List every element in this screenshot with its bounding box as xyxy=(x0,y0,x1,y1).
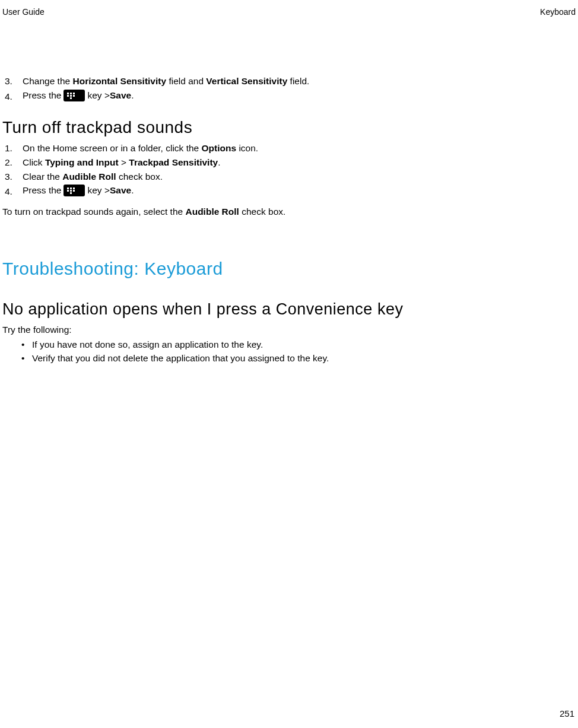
step-bold: Save xyxy=(110,89,131,102)
para-text: To turn on trackpad sounds again, select… xyxy=(2,206,185,217)
section-title-trackpad-sounds: Turn off trackpad sounds xyxy=(2,118,576,137)
step-text: key > xyxy=(87,184,109,197)
step-2: 2. Click Typing and Input > Trackpad Sen… xyxy=(23,156,576,169)
step-text: > xyxy=(119,157,129,167)
step-number: 3. xyxy=(5,170,12,183)
troubleshooting-title: Troubleshooting: Keyboard xyxy=(2,259,576,279)
header-left: User Guide xyxy=(2,7,45,17)
step-bold: Vertical Sensitivity xyxy=(206,76,287,86)
step-text: . xyxy=(218,157,220,167)
page-content: 3. Change the Horizontal Sensitivity fie… xyxy=(0,17,578,365)
para-text: check box. xyxy=(239,206,285,217)
convenience-key-title: No application opens when I press a Conv… xyxy=(2,300,576,319)
step-3: 3. Clear the Audible Roll check box. xyxy=(23,170,576,183)
step-text: check box. xyxy=(116,171,163,182)
bullet-item: If you have not done so, assign an appli… xyxy=(32,338,576,351)
step-bold: Horizontal Sensitivity xyxy=(72,76,166,86)
trackpad-steps-list: 1. On the Home screen or in a folder, cl… xyxy=(2,142,576,197)
trackpad-note: To turn on trackpad sounds again, select… xyxy=(2,205,576,218)
step-number: 1. xyxy=(5,142,12,155)
try-following-text: Try the following: xyxy=(2,325,576,335)
step-4: 4. Press the key > Save. xyxy=(23,89,576,102)
step-number: 3. xyxy=(5,75,12,88)
troubleshooting-bullets: If you have not done so, assign an appli… xyxy=(2,338,576,365)
step-text: . xyxy=(131,89,134,102)
step-number: 4. xyxy=(5,90,12,103)
step-text: Press the xyxy=(23,89,61,102)
step-1: 1. On the Home screen or in a folder, cl… xyxy=(23,142,576,155)
step-3: 3. Change the Horizontal Sensitivity fie… xyxy=(23,75,576,88)
step-bold: Save xyxy=(110,184,131,197)
step-4: 4. Press the key > Save. xyxy=(23,184,576,197)
step-number: 4. xyxy=(5,185,12,198)
step-bold: Typing and Input xyxy=(45,157,119,167)
step-bold: Options xyxy=(202,143,237,153)
step-text: Change the xyxy=(23,76,72,86)
step-number: 2. xyxy=(5,156,12,169)
step-bold: Audible Roll xyxy=(62,171,116,182)
page-number: 251 xyxy=(560,708,574,719)
step-text: field and xyxy=(166,76,206,86)
step-text: icon. xyxy=(236,143,258,153)
page-header: User Guide Keyboard xyxy=(0,0,578,17)
para-bold: Audible Roll xyxy=(185,206,239,217)
step-text: Press the xyxy=(23,184,61,197)
continued-steps-list: 3. Change the Horizontal Sensitivity fie… xyxy=(2,75,576,101)
step-text: field. xyxy=(287,76,309,86)
step-text: key > xyxy=(87,89,109,102)
step-bold: Trackpad Sensitivity xyxy=(129,157,218,167)
step-text: Click xyxy=(23,157,45,167)
menu-key-icon xyxy=(63,185,85,196)
header-right: Keyboard xyxy=(540,7,576,17)
step-text: On the Home screen or in a folder, click… xyxy=(23,143,202,153)
bullet-item: Verify that you did not delete the appli… xyxy=(32,351,576,365)
step-text: Clear the xyxy=(23,171,62,182)
menu-key-icon xyxy=(63,90,85,101)
step-text: . xyxy=(131,184,134,197)
